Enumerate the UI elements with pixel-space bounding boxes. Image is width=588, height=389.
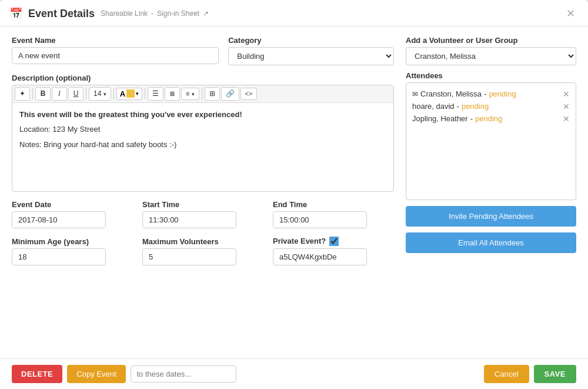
more-fields-row: Minimum Age (years) Maximum Volunteers P… [12, 237, 394, 265]
attendee-item-3: Jopling, Heather - pending ✕ [412, 112, 570, 125]
event-date-label: Event Date [12, 200, 133, 209]
copy-dates-input[interactable] [131, 365, 236, 383]
start-time-input[interactable] [142, 211, 236, 228]
min-age-label: Minimum Age (years) [12, 237, 133, 246]
calendar-icon: 📅 [9, 7, 22, 20]
description-notes-line: Notes: Bring your hard-hat and safety bo… [19, 139, 386, 151]
toolbar-sep-1 [32, 88, 33, 99]
toolbar-sep-4 [145, 88, 145, 99]
rich-content[interactable]: This event will be the greatest thing yo… [12, 103, 393, 191]
signin-sheet-link[interactable]: Sign-in Sheet [157, 9, 199, 18]
attendees-section: Attendees ✉ Cranston, Melissa - pending … [406, 71, 576, 200]
attendee-item-2: hoare, david - pending ✕ [412, 100, 570, 112]
description-label: Description (optional) [12, 74, 394, 82]
attendee-item-1: ✉ Cranston, Melissa - pending ✕ [412, 88, 570, 100]
toolbar-bold-btn[interactable]: B [35, 87, 51, 101]
attendee-name-1: Cranston, Melissa [420, 89, 482, 98]
rich-toolbar: ✦ B I U 14 ▾ A ▾ ☰ [12, 85, 393, 103]
toolbar-list-ul-btn[interactable]: ☰ [148, 87, 163, 101]
external-link-icon: ↗ [203, 9, 209, 18]
footer-right: Cancel SAVE [484, 365, 576, 383]
attendee-remove-2[interactable]: ✕ [563, 102, 570, 111]
end-time-group: End Time [273, 200, 394, 228]
delete-button[interactable]: DELETE [12, 365, 62, 383]
attendee-status-2: pending [462, 102, 489, 111]
toolbar-wand-btn[interactable]: ✦ [15, 87, 30, 101]
private-event-group: Private Event? [273, 237, 394, 265]
attendee-name-3: Jopling, Heather [412, 114, 468, 123]
volunteer-group-form-group: Add a Volunteer or User Group Cranston, … [406, 36, 576, 65]
event-date-group: Event Date [12, 200, 133, 228]
end-time-label: End Time [273, 200, 394, 209]
left-column: Event Name Category Building Meeting Vol… [12, 36, 394, 349]
toolbar-fontsize-btn[interactable]: 14 ▾ [89, 87, 111, 101]
modal-body: Event Name Category Building Meeting Vol… [0, 26, 588, 358]
event-name-input[interactable] [12, 47, 219, 64]
cancel-button[interactable]: Cancel [484, 365, 529, 383]
toolbar-italic-btn[interactable]: I [52, 87, 67, 101]
save-button[interactable]: SAVE [534, 365, 576, 383]
toolbar-sep-3 [113, 88, 114, 99]
modal-footer: DELETE Copy Event Cancel SAVE [0, 358, 588, 389]
category-label: Category [228, 36, 394, 45]
event-name-label: Event Name [12, 36, 219, 45]
max-volunteers-label: Maximum Volunteers [142, 237, 263, 246]
max-volunteers-input[interactable] [142, 248, 236, 265]
toolbar-underline-btn[interactable]: U [68, 87, 83, 101]
attendee-left-2: hoare, david - pending [412, 102, 489, 111]
right-column: Add a Volunteer or User Group Cranston, … [406, 36, 576, 349]
attendee-dash-3: - [470, 114, 473, 123]
toolbar-link-btn[interactable]: 🔗 [221, 87, 239, 101]
color-letter: A [120, 89, 125, 98]
header-left: 📅 Event Details Shareable Link - Sign-in… [9, 7, 209, 20]
event-date-input[interactable] [12, 211, 106, 228]
toolbar-sep-5 [202, 88, 202, 99]
description-bold-line: This event will be the greatest thing yo… [19, 109, 386, 121]
dates-row: Event Date Start Time End Time [12, 200, 394, 228]
toolbar-source-btn[interactable]: <> [240, 88, 258, 100]
category-group: Category Building Meeting Volunteer Work… [228, 36, 394, 65]
name-category-row: Event Name Category Building Meeting Vol… [12, 36, 394, 65]
toolbar-color-btn[interactable]: A ▾ [116, 88, 142, 100]
toolbar-align-btn[interactable]: ≡ ▾ [181, 88, 199, 100]
attendee-left-3: Jopling, Heather - pending [412, 114, 502, 123]
attendees-title: Attendees [406, 71, 576, 80]
rich-editor: ✦ B I U 14 ▾ A ▾ ☰ [12, 85, 394, 192]
private-event-row: Private Event? [273, 237, 394, 246]
min-age-input[interactable] [12, 248, 106, 265]
description-location-line: Location: 123 My Street [19, 124, 386, 135]
copy-event-button[interactable]: Copy Event [67, 365, 125, 383]
toolbar-list-ol-btn[interactable]: ≣ [165, 87, 180, 101]
category-select[interactable]: Building Meeting Volunteer Workshop Othe… [228, 47, 394, 65]
event-details-modal: 📅 Event Details Shareable Link - Sign-in… [0, 0, 588, 389]
email-all-button[interactable]: Email All Attendees [406, 232, 576, 253]
toolbar-image-btn[interactable]: ⊞ [205, 87, 220, 101]
start-time-group: Start Time [142, 200, 263, 228]
attendee-status-1: pending [489, 89, 516, 98]
event-name-group: Event Name [12, 36, 219, 65]
color-swatch [126, 89, 135, 98]
header-links: Shareable Link - Sign-in Sheet ↗ [101, 9, 209, 18]
modal-title: Event Details [28, 8, 95, 20]
attendees-box: ✉ Cranston, Melissa - pending ✕ hoare, d… [406, 82, 576, 200]
min-age-group: Minimum Age (years) [12, 237, 133, 265]
volunteer-group-select[interactable]: Cranston, Melissa [406, 47, 576, 65]
description-group: Description (optional) ✦ B I U 14 ▾ A [12, 74, 394, 192]
invite-pending-button[interactable]: Invite Pending Attendees [406, 206, 576, 227]
toolbar-sep-2 [86, 88, 86, 99]
attendee-remove-3[interactable]: ✕ [563, 115, 570, 123]
private-event-checkbox[interactable] [329, 237, 339, 246]
end-time-input[interactable] [273, 211, 367, 228]
close-button[interactable]: ✕ [563, 7, 579, 20]
modal-header: 📅 Event Details Shareable Link - Sign-in… [0, 0, 588, 26]
max-volunteers-group: Maximum Volunteers [142, 237, 263, 265]
attendee-dash-2: - [457, 102, 459, 111]
attendee-icon-1: ✉ [412, 90, 418, 98]
private-key-input[interactable] [273, 248, 367, 265]
attendee-name-2: hoare, david [412, 102, 455, 111]
start-time-label: Start Time [142, 200, 263, 209]
attendee-remove-1[interactable]: ✕ [563, 90, 570, 98]
private-event-label: Private Event? [273, 237, 326, 245]
shareable-link[interactable]: Shareable Link [101, 9, 148, 18]
attendee-dash-1: - [484, 89, 486, 98]
